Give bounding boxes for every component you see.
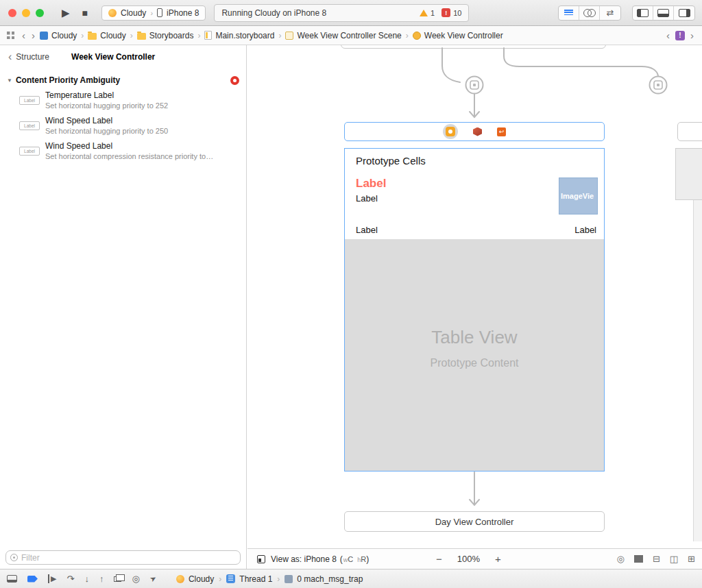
continue-execution-icon[interactable]: ▶: [48, 574, 56, 583]
toggle-debug-area-icon[interactable]: [7, 575, 17, 583]
align-icon[interactable]: ◫: [670, 554, 678, 564]
breadcrumb-label: Week View Controller Scene: [297, 31, 401, 40]
issue-row-temperature-label[interactable]: Label Temperature Label Set horizontal h…: [0, 88, 246, 113]
issue-section-title: Content Priority Ambiguity: [16, 75, 230, 85]
warning-icon[interactable]: [420, 10, 428, 16]
view-controller-dock-selected[interactable]: [443, 124, 458, 139]
run-button[interactable]: ▶: [62, 7, 70, 19]
toggle-navigator-button[interactable]: [633, 6, 653, 20]
structure-back-button[interactable]: ‹ Structure: [7, 51, 49, 63]
zoom-out-button[interactable]: −: [436, 553, 442, 565]
back-button[interactable]: ‹: [21, 29, 27, 41]
image-view[interactable]: ImageVie: [559, 177, 598, 215]
label-type-icon: Label: [19, 121, 40, 130]
issue-detail: Set horizontal hugging priority to 252: [45, 101, 168, 110]
chevron-left-icon: ‹: [7, 51, 13, 63]
chevron-sep-icon: ›: [218, 574, 222, 584]
breadcrumb-view-controller[interactable]: Week View Controller: [413, 31, 503, 40]
toolbar: ▶ ■ Cloudy › iPhone 8 Running Cloudy on …: [0, 0, 702, 26]
project-icon: [40, 32, 48, 40]
error-icon[interactable]: !: [441, 8, 450, 17]
stop-button[interactable]: ■: [82, 8, 88, 19]
related-items-icon[interactable]: [7, 32, 14, 39]
warning-count[interactable]: 1: [431, 9, 435, 17]
breadcrumb-storyboards[interactable]: Storyboards: [137, 31, 194, 40]
toggle-debug-area-button[interactable]: [653, 6, 674, 20]
breakpoints-toggle-icon[interactable]: [27, 576, 38, 583]
jump-bar: ‹ › Cloudy › Cloudy › Storyboards › Main…: [0, 26, 702, 45]
view-as-control[interactable]: View as: iPhone 8 (wChR): [271, 554, 369, 564]
zoom-window-button[interactable]: [36, 9, 44, 17]
canvas-grid-icon[interactable]: [634, 555, 643, 563]
chevron-sep-icon: ›: [278, 31, 282, 40]
step-over-icon[interactable]: ↷: [66, 574, 74, 583]
filter-field-wrap: [5, 550, 241, 565]
breadcrumb-label: Main.storyboard: [215, 31, 274, 40]
view-hierarchy-icon[interactable]: [114, 576, 121, 582]
breadcrumb-scene[interactable]: Week View Controller Scene: [285, 31, 401, 40]
breadcrumb-label: Cloudy: [51, 31, 77, 40]
prototype-cells-header[interactable]: Prototype Cells: [356, 155, 426, 167]
partial-scene-above[interactable]: [341, 45, 606, 49]
humidity-label[interactable]: Label: [574, 225, 596, 235]
table-view-placeholder-subtitle: Prototype Content: [431, 357, 519, 369]
week-view-controller-scene[interactable]: Prototype Cells Label Label ImageVie Lab…: [344, 148, 605, 471]
zoom-in-button[interactable]: +: [495, 553, 501, 565]
chevron-sep-icon: ›: [150, 9, 153, 17]
table-view[interactable]: Table View Prototype Content: [345, 239, 604, 471]
memory-graph-icon[interactable]: ◎: [132, 574, 139, 583]
runtime-issue-badge[interactable]: !: [675, 31, 685, 40]
table-view-placeholder-title: Table View: [431, 327, 517, 348]
storyboard-canvas[interactable]: ↩ Prototype Cells Label Label ImageVie L…: [247, 45, 702, 548]
close-window-button[interactable]: [8, 9, 16, 17]
breadcrumb-storyboard-file[interactable]: Main.storyboard: [204, 31, 274, 40]
partial-scene-right[interactable]: [675, 148, 702, 200]
structure-sidebar: ‹ Structure Week View Controller ▼ Conte…: [0, 45, 247, 569]
breadcrumb-folder[interactable]: Cloudy: [88, 31, 125, 40]
debug-frame[interactable]: 0 mach_msg_trap: [297, 574, 363, 584]
previous-issue-button[interactable]: ‹: [665, 29, 671, 41]
version-editor-button[interactable]: ⇄: [600, 6, 620, 20]
assistant-editor-button[interactable]: [579, 6, 600, 20]
forward-button[interactable]: ›: [30, 29, 36, 41]
disclosure-icon[interactable]: ▼: [7, 77, 12, 84]
debug-app-name[interactable]: Cloudy: [189, 574, 214, 584]
temperature-label[interactable]: Label: [356, 177, 386, 191]
wind-speed-label[interactable]: Label: [356, 225, 378, 235]
scheme-selector[interactable]: Cloudy › iPhone 8: [101, 5, 206, 21]
next-issue-button[interactable]: ›: [689, 29, 695, 41]
first-responder-icon[interactable]: [473, 127, 482, 136]
minimize-window-button[interactable]: [22, 9, 30, 17]
issue-row-wind-speed-label-2[interactable]: Label Wind Speed Label Set horizontal co…: [0, 138, 246, 164]
error-count[interactable]: 10: [453, 9, 461, 17]
canvas-bottom-bar: View as: iPhone 8 (wChR) − 100% + ◎ ⊟ ◫ …: [247, 548, 702, 569]
day-view-controller-node[interactable]: Day View Controller: [344, 511, 605, 532]
zoom-level[interactable]: 100%: [457, 554, 480, 564]
partial-scene-dock-right[interactable]: [677, 122, 702, 141]
standard-editor-icon: [564, 10, 573, 16]
trait-h: R: [361, 555, 366, 563]
step-into-icon[interactable]: ↓: [84, 574, 89, 583]
structure-back-label: Structure: [16, 52, 49, 62]
standard-editor-button[interactable]: [559, 6, 579, 20]
breadcrumb-project[interactable]: Cloudy: [40, 31, 77, 40]
toggle-inspector-button[interactable]: [674, 6, 694, 20]
step-out-icon[interactable]: ↑: [99, 574, 104, 583]
weather-description-label[interactable]: Label: [356, 193, 378, 204]
trait-w: C: [348, 555, 353, 563]
issue-detail: Set horizontal hugging priority to 250: [45, 126, 168, 136]
view-controller-icon: [413, 32, 421, 40]
filter-input[interactable]: [5, 550, 241, 565]
embed-in-stack-icon[interactable]: ⊟: [653, 554, 660, 564]
simulate-location-icon[interactable]: ➤: [148, 574, 158, 585]
update-frames-icon[interactable]: ◎: [617, 554, 625, 564]
debug-thread[interactable]: Thread 1: [239, 574, 272, 584]
storyboard-reference-icon: [466, 77, 483, 94]
zoom-controls: − 100% +: [436, 553, 501, 565]
add-constraints-icon[interactable]: ⊞: [688, 554, 695, 564]
scene-dock[interactable]: ↩: [344, 122, 605, 141]
issue-row-wind-speed-label-1[interactable]: Label Wind Speed Label Set horizontal hu…: [0, 113, 246, 138]
device-config-icon[interactable]: [257, 555, 265, 563]
issue-section-header[interactable]: ▼ Content Priority Ambiguity: [0, 73, 246, 88]
exit-segue-icon[interactable]: ↩: [497, 127, 506, 136]
